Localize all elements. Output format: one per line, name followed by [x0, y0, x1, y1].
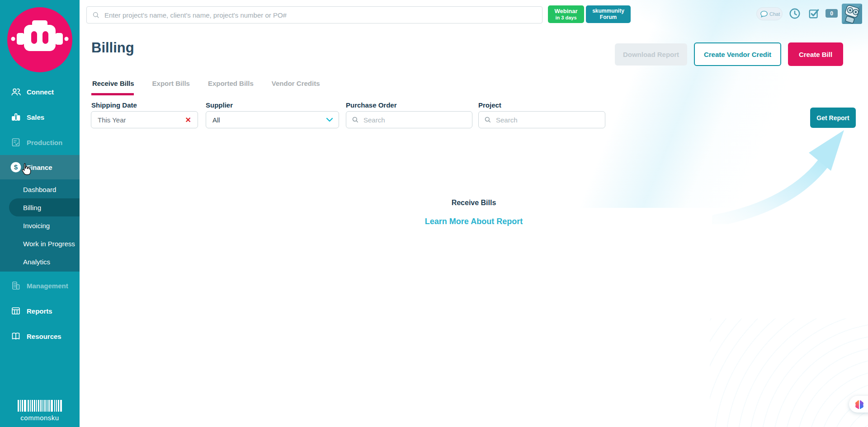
- people-icon: [10, 86, 22, 98]
- create-bill-label: Create Bill: [799, 51, 832, 58]
- search-icon: [484, 116, 491, 123]
- book-icon: [10, 330, 22, 342]
- empty-state-title: Receive Bills: [80, 199, 868, 207]
- project-input[interactable]: [496, 116, 605, 124]
- brain-icon: [854, 399, 865, 409]
- brand-wordmark: commonsku: [18, 414, 62, 422]
- sidebar-item-label: Connect: [27, 88, 54, 96]
- create-vendor-credit-button[interactable]: Create Vendor Credit: [694, 42, 781, 66]
- submenu-label: Billing: [23, 204, 41, 211]
- create-vendor-credit-label: Create Vendor Credit: [704, 51, 771, 58]
- tab-export-bills[interactable]: Export Bills: [152, 80, 190, 87]
- billing-page: Connect Sales Production: [0, 0, 868, 427]
- sidebar-footer-logo: commonsku: [18, 400, 62, 422]
- submenu-item-analytics[interactable]: Analytics: [0, 253, 80, 271]
- tab-exported-bills[interactable]: Exported Bills: [208, 80, 254, 87]
- chat-label: Chat: [769, 11, 780, 17]
- global-search-input[interactable]: [104, 11, 542, 19]
- page-title: Billing: [91, 40, 134, 56]
- sidebar-item-finance[interactable]: $ Finance: [0, 155, 80, 179]
- mouse-cursor-icon: [19, 162, 33, 176]
- global-search: [86, 6, 542, 23]
- submenu-label: Analytics: [23, 258, 50, 266]
- tasks-button[interactable]: [808, 8, 820, 19]
- main-content: Webinar in 3 days skummunity Forum Chat: [80, 0, 868, 427]
- submenu-item-dashboard[interactable]: Dashboard: [0, 180, 80, 198]
- sidebar-item-management[interactable]: Management: [0, 273, 80, 298]
- sidebar-item-reports[interactable]: Reports: [0, 298, 80, 324]
- user-avatar[interactable]: [842, 4, 862, 24]
- shipping-date-label: Shipping Date: [91, 101, 137, 109]
- decorative-arrow-icon: [712, 116, 861, 224]
- get-report-label: Get Report: [816, 114, 849, 122]
- submenu-item-billing[interactable]: Billing: [9, 198, 80, 216]
- assistant-widget-button[interactable]: [849, 396, 868, 413]
- clock-icon: [789, 8, 801, 19]
- clock-button[interactable]: [789, 8, 801, 19]
- commonsku-logo[interactable]: [7, 7, 72, 72]
- purchase-order-field[interactable]: [346, 111, 472, 128]
- sidebar-item-label: Sales: [27, 113, 44, 121]
- shipping-date-field[interactable]: ✕: [91, 111, 198, 128]
- notification-count: 0: [830, 10, 833, 17]
- skummunity-forum-button[interactable]: skummunity Forum: [586, 5, 631, 23]
- project-field[interactable]: [478, 111, 605, 128]
- checkbox-icon: [808, 8, 820, 19]
- search-icon: [92, 11, 100, 19]
- bar-chart-icon: [10, 111, 22, 123]
- learn-more-link[interactable]: Learn More About Report: [80, 217, 868, 226]
- download-report-label: Download Report: [623, 51, 679, 58]
- submenu-label: Work in Progress: [23, 240, 75, 248]
- tab-vendor-credits[interactable]: Vendor Credits: [272, 80, 320, 87]
- submenu-label: Dashboard: [23, 186, 56, 193]
- submenu-item-invoicing[interactable]: Invoicing: [0, 216, 80, 235]
- chevron-down-icon: [326, 117, 333, 122]
- get-report-button[interactable]: Get Report: [810, 108, 856, 128]
- create-bill-button[interactable]: Create Bill: [788, 42, 843, 66]
- purchase-order-label: Purchase Order: [346, 101, 397, 109]
- clipboard-icon: [10, 136, 22, 148]
- purchase-order-input[interactable]: [363, 116, 472, 124]
- webinar-sublabel: in 3 days: [548, 15, 584, 21]
- search-icon: [352, 116, 359, 123]
- report-table-icon: [10, 305, 22, 317]
- submenu-item-work-in-progress[interactable]: Work in Progress: [0, 235, 80, 253]
- tab-receive-bills[interactable]: Receive Bills: [92, 80, 134, 87]
- sidebar-item-label: Management: [27, 282, 68, 290]
- webinar-label: Webinar: [548, 8, 584, 15]
- notification-badge[interactable]: 0: [826, 9, 838, 18]
- sidebar: Connect Sales Production: [0, 0, 80, 427]
- finance-submenu: Dashboard Billing Invoicing Work in Prog…: [0, 179, 80, 272]
- chat-button[interactable]: Chat: [756, 7, 783, 20]
- sidebar-item-resources[interactable]: Resources: [0, 324, 80, 349]
- chat-bubble-icon: [760, 10, 768, 18]
- active-tab-underline: [91, 93, 134, 95]
- sidebar-item-label: Reports: [27, 307, 52, 315]
- sidebar-item-label: Production: [27, 139, 62, 146]
- svg-text:$: $: [14, 163, 18, 171]
- billing-tabs: Receive Bills Export Bills Exported Bill…: [92, 80, 320, 87]
- sidebar-item-label: Resources: [27, 333, 61, 340]
- shipping-date-input[interactable]: [98, 116, 179, 124]
- clear-filter-icon[interactable]: ✕: [179, 116, 198, 124]
- supplier-select[interactable]: All: [206, 111, 339, 128]
- background-rings: [710, 319, 868, 427]
- submenu-label: Invoicing: [23, 222, 50, 230]
- download-report-button[interactable]: Download Report: [615, 43, 687, 66]
- sidebar-item-connect[interactable]: Connect: [0, 79, 80, 104]
- sidebar-item-production[interactable]: Production: [0, 130, 80, 155]
- forum-label: skummunity: [586, 8, 631, 14]
- building-icon: [10, 280, 22, 291]
- avatar-image: [842, 4, 862, 24]
- webinar-button[interactable]: Webinar in 3 days: [548, 5, 584, 23]
- robot-logo-icon: [7, 7, 72, 72]
- supplier-label: Supplier: [206, 101, 233, 109]
- supplier-value: All: [212, 116, 326, 124]
- sidebar-item-sales[interactable]: Sales: [0, 104, 80, 130]
- barcode-icon: [18, 400, 62, 412]
- forum-sublabel: Forum: [586, 14, 631, 21]
- project-label: Project: [478, 101, 501, 109]
